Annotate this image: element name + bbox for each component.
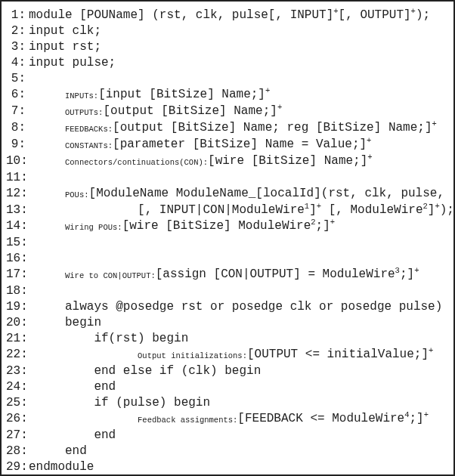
- line-content: Wire to CON|OUTPUT:[assign [CON|OUTPUT] …: [29, 267, 419, 283]
- code-line: 1: module [POUName] (rst, clk, pulse[, I…: [6, 8, 449, 23]
- line-content: INPUTs:[input [BitSize] Name;]+: [29, 87, 270, 104]
- superscript-label: POUs:: [65, 190, 89, 199]
- code-line: 23: end else if (clk) begin: [6, 363, 449, 379]
- line-number: 7:: [6, 104, 26, 119]
- line-content: Feedback assignments:[FEEDBACK <= Module…: [29, 411, 429, 428]
- line-number: 12:: [6, 186, 26, 202]
- line-content: Wiring POUs:[wire [BitSize] ModuleWire2;…: [29, 218, 335, 235]
- line-number: 14:: [6, 218, 26, 234]
- line-number: 16:: [6, 251, 26, 267]
- superscript-label: CONSTANTs:: [65, 141, 113, 150]
- code-line: 29: endmodule: [6, 459, 449, 475]
- line-content: always @posedge rst or posedge clk or po…: [29, 299, 442, 315]
- line-number: 1:: [6, 8, 26, 23]
- line-number: 17:: [6, 267, 26, 283]
- superscript-label: Wiring POUs:: [65, 223, 122, 232]
- code-line: 2: input clk;: [6, 23, 449, 39]
- line-number: 4:: [6, 55, 26, 71]
- code-line: 15:: [6, 235, 449, 251]
- line-content: if (pulse) begin: [29, 395, 210, 411]
- code-line: 18:: [6, 283, 449, 299]
- line-content: module [POUName] (rst, clk, pulse[, INPU…: [29, 8, 430, 23]
- line-number: 23:: [6, 363, 26, 379]
- line-content: input rst;: [29, 39, 101, 55]
- line-content: endmodule: [29, 459, 94, 475]
- code-line: 12: POUs:[ModuleName ModuleName_[localId…: [6, 186, 449, 202]
- code-line: 24: end: [6, 379, 449, 395]
- line-number: 22:: [6, 347, 26, 363]
- line-content: end else if (clk) begin: [29, 363, 261, 379]
- code-line: 8: FEEDBACKs:[output [BitSize] Name; reg…: [6, 120, 449, 137]
- line-number: 28:: [6, 444, 26, 459]
- line-number: 21:: [6, 331, 26, 347]
- code-line: 19: always @posedge rst or posedge clk o…: [6, 299, 449, 315]
- code-line: 28: end: [6, 444, 449, 459]
- code-line: 22: Output initializations:[OUTPUT <= in…: [6, 347, 449, 363]
- line-number: 18:: [6, 283, 26, 299]
- line-number: 2:: [6, 23, 26, 39]
- line-content: end: [29, 444, 87, 459]
- line-number: 11:: [6, 170, 26, 186]
- line-content: begin: [29, 315, 101, 331]
- line-content: input clk;: [29, 23, 101, 39]
- code-line: 16:: [6, 251, 449, 267]
- code-listing: 1: module [POUName] (rst, clk, pulse[, I…: [0, 0, 455, 476]
- line-number: 9:: [6, 137, 26, 153]
- superscript-label: INPUTs:: [65, 91, 98, 100]
- line-content: input pulse;: [29, 55, 116, 71]
- line-content: POUs:[ModuleName ModuleName_[localId](rs…: [29, 186, 444, 202]
- line-content: end: [29, 428, 116, 444]
- superscript-label: OUTPUTs:: [65, 108, 103, 117]
- code-line: 11:: [6, 170, 449, 186]
- line-number: 19:: [6, 299, 26, 315]
- line-number: 13:: [6, 202, 26, 218]
- line-number: 29:: [6, 459, 26, 475]
- code-line: 13: [, INPUT|CON|ModuleWire1]+ [, Module…: [6, 202, 449, 218]
- code-line: 7: OUTPUTs:[output [BitSize] Name;]+: [6, 104, 449, 120]
- line-number: 3:: [6, 39, 26, 55]
- code-line: 10: Connectors/continuations(CON):[wire …: [6, 153, 449, 170]
- line-number: 15:: [6, 235, 26, 251]
- code-line: 27: end: [6, 428, 449, 444]
- line-content: if(rst) begin: [29, 331, 188, 347]
- code-line: 26: Feedback assignments:[FEEDBACK <= Mo…: [6, 411, 449, 428]
- line-content: CONSTANTs:[parameter [BitSize] Name = Va…: [29, 137, 371, 153]
- line-number: 25:: [6, 395, 26, 411]
- code-line: 20: begin: [6, 315, 449, 331]
- code-line: 9: CONSTANTs:[parameter [BitSize] Name =…: [6, 137, 449, 153]
- code-line: 25: if (pulse) begin: [6, 395, 449, 411]
- line-number: 5:: [6, 71, 26, 87]
- code-line: 17: Wire to CON|OUTPUT:[assign [CON|OUTP…: [6, 267, 449, 283]
- code-line: 6: INPUTs:[input [BitSize] Name;]+: [6, 87, 449, 104]
- code-line: 5:: [6, 71, 449, 87]
- code-line: 14: Wiring POUs:[wire [BitSize] ModuleWi…: [6, 218, 449, 235]
- line-content: Connectors/continuations(CON):[wire [Bit…: [29, 153, 373, 170]
- line-number: 20:: [6, 315, 26, 331]
- line-content: OUTPUTs:[output [BitSize] Name;]+: [29, 104, 282, 120]
- line-number: 10:: [6, 153, 26, 169]
- superscript-label: Output initializations:: [138, 351, 247, 360]
- line-number: 6:: [6, 87, 26, 103]
- superscript-label: Feedback assignments:: [138, 416, 237, 425]
- code-line: 4: input pulse;: [6, 55, 449, 71]
- line-number: 24:: [6, 379, 26, 395]
- line-number: 27:: [6, 428, 26, 444]
- line-number: 8:: [6, 120, 26, 136]
- superscript-label: FEEDBACKs:: [65, 125, 113, 134]
- line-content: FEEDBACKs:[output [BitSize] Name; reg [B…: [29, 120, 437, 137]
- code-line: 3: input rst;: [6, 39, 449, 55]
- superscript-label: Wire to CON|OUTPUT:: [65, 271, 156, 280]
- line-content: end: [29, 379, 116, 395]
- line-content: [, INPUT|CON|ModuleWire1]+ [, ModuleWire…: [29, 202, 455, 218]
- line-number: 26:: [6, 411, 26, 427]
- code-line: 21: if(rst) begin: [6, 331, 449, 347]
- superscript-label: Connectors/continuations(CON):: [65, 158, 208, 167]
- line-content: Output initializations:[OUTPUT <= initia…: [29, 347, 433, 363]
